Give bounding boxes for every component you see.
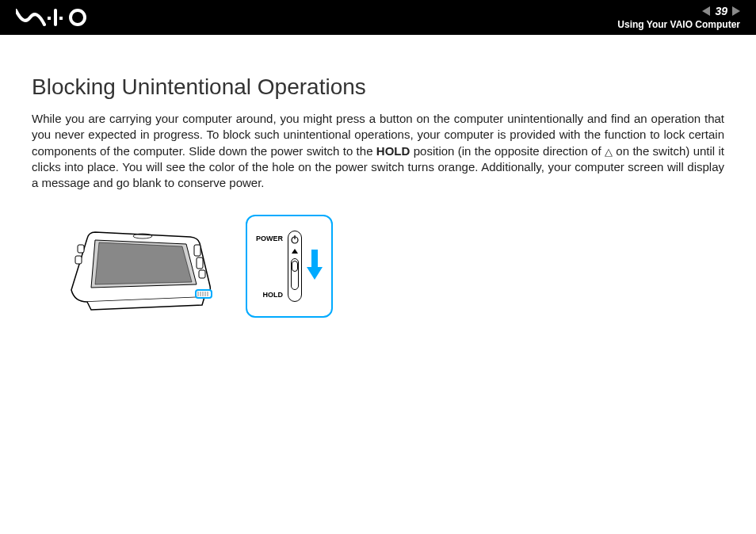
next-page-arrow-icon[interactable] <box>732 6 740 16</box>
page-nav: 39 <box>702 5 740 17</box>
device-illustration <box>55 215 230 318</box>
content-area: Blocking Unintentional Operations While … <box>0 35 756 334</box>
section-title: Using Your VAIO Computer <box>617 19 740 30</box>
svg-rect-1 <box>48 17 51 20</box>
body-paragraph: While you are carrying your computer aro… <box>32 111 724 191</box>
hold-label-bold: HOLD <box>376 144 410 158</box>
body-text-part2: position (in the opposite direction of <box>410 144 605 158</box>
switch-visual <box>288 231 302 302</box>
header-right: 39 Using Your VAIO Computer <box>617 5 740 30</box>
svg-rect-8 <box>78 245 84 253</box>
triangle-up-icon <box>292 249 298 254</box>
hold-label: HOLD <box>256 291 283 299</box>
header-bar: 39 Using Your VAIO Computer <box>0 0 756 35</box>
power-switch-diagram: POWER HOLD <box>246 215 333 318</box>
vaio-logo <box>16 9 103 26</box>
svg-rect-2 <box>59 17 63 20</box>
down-arrow-icon <box>307 250 323 283</box>
diagram-container: POWER HOLD <box>55 215 724 318</box>
prev-page-arrow-icon[interactable] <box>702 6 710 16</box>
svg-rect-5 <box>194 245 200 256</box>
svg-rect-6 <box>197 257 203 269</box>
switch-frame <box>288 231 302 302</box>
page-title: Blocking Unintentional Operations <box>32 74 724 100</box>
power-label: POWER <box>256 235 283 242</box>
page-number: 39 <box>715 5 727 17</box>
svg-rect-18 <box>311 250 318 267</box>
power-icon <box>290 235 300 244</box>
svg-rect-7 <box>199 270 205 278</box>
svg-point-3 <box>71 10 85 25</box>
switch-labels: POWER HOLD <box>256 226 283 307</box>
svg-rect-9 <box>75 256 82 264</box>
switch-slot <box>291 258 299 290</box>
switch-knob <box>292 261 298 272</box>
triangle-symbol: △ <box>605 145 613 159</box>
